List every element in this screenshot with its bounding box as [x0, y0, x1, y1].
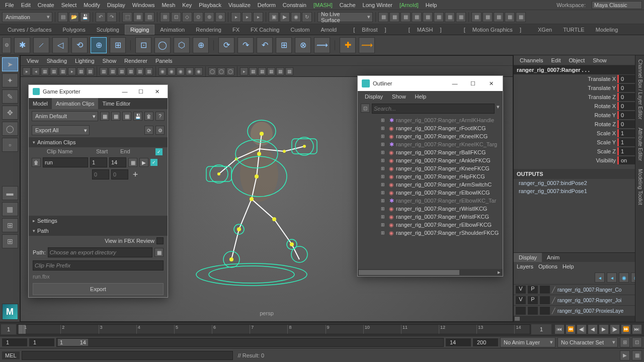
preset-icon[interactable]: ▦	[111, 112, 120, 121]
range-slider[interactable]: 114	[58, 339, 88, 346]
vp-icon[interactable]: ▦	[285, 67, 293, 75]
layout-single[interactable]: ▬	[2, 186, 18, 200]
shelf-icon-16[interactable]: ⟿	[314, 37, 330, 53]
outliner-filter-icon[interactable]: ⊡	[361, 104, 370, 113]
shelf-icon-8[interactable]: ◯	[154, 37, 171, 53]
hist-icon-2[interactable]: ▸	[242, 12, 252, 22]
menu-deform[interactable]: Deform	[255, 1, 279, 9]
render-icon[interactable]: ▣	[269, 12, 279, 22]
vp-menu-view[interactable]: View	[24, 58, 42, 64]
layer-vis[interactable]: V	[516, 296, 526, 304]
layer-menu-options[interactable]: Options	[538, 263, 557, 269]
hist-icon[interactable]: ▸	[231, 12, 241, 22]
layer-icon[interactable]: ◂	[595, 273, 605, 283]
expand-icon[interactable]: ⊞	[381, 214, 387, 219]
step-fwd-button[interactable]: |▶	[610, 324, 620, 334]
shelf-icon-11[interactable]: ⟳	[218, 37, 234, 53]
panel-icon-3[interactable]: ▦	[400, 12, 411, 22]
layer-row[interactable]: VP╱ranger_rig_0007:Ranger_Co	[514, 284, 644, 295]
expand-icon[interactable]: ⊞	[381, 198, 387, 203]
outliner-menu-show[interactable]: Show	[388, 93, 410, 101]
shelf-tab-motion-graphics[interactable]: [ Motion Graphics ]	[453, 25, 532, 35]
shelf-tab-custom[interactable]: Custom	[285, 25, 315, 35]
shelf-tab-arnold[interactable]: Arnold	[315, 25, 342, 35]
layer-color[interactable]	[540, 286, 550, 294]
vp-icon[interactable]: ▦	[50, 67, 58, 75]
layer-row[interactable]: VP╱ranger_rig_0007:Ranger_Joi	[514, 295, 644, 305]
shelf-tab-polygons[interactable]: Polygons	[57, 25, 91, 35]
menu-file[interactable]: File	[2, 1, 17, 9]
live-surface-dropdown[interactable]: No Live Surface	[317, 12, 373, 22]
expand-icon[interactable]: ⊞	[381, 134, 387, 139]
maximize-button[interactable]: ☐	[134, 88, 147, 95]
channel-label[interactable]: Scale Z	[597, 148, 619, 154]
range-track[interactable]: 114	[56, 338, 444, 347]
panel-icon-8[interactable]: ▦	[456, 12, 466, 22]
shelf-icon-12[interactable]: ↷	[237, 37, 254, 53]
outliner-item[interactable]: ⊞✱ranger_rig_0007:Ranger_rElbowIKC_Tar	[358, 197, 503, 205]
shelf-icon-6[interactable]: ⊞	[110, 37, 126, 53]
vp-menu-shading[interactable]: Shading	[44, 58, 70, 64]
menu-modify[interactable]: Modify	[80, 1, 103, 9]
shelf-tab-sculpting[interactable]: Sculpting	[91, 25, 125, 35]
render-icon-3[interactable]: ◉	[291, 12, 301, 22]
range-start-inner[interactable]: 1	[29, 338, 54, 346]
step-back-button[interactable]: ◀|	[577, 324, 587, 334]
outliner-item[interactable]: ⊞◉ranger_rig_0007:Ranger_rHipFKCG	[358, 172, 503, 180]
shelf-icon-14[interactable]: ⊞	[276, 37, 292, 53]
snap-icon-4[interactable]: ⊙	[193, 12, 203, 22]
layout-icon-4[interactable]: ▦	[505, 12, 515, 22]
panel-icon-2[interactable]: ▦	[389, 12, 399, 22]
expand-icon[interactable]: ⊞	[381, 166, 387, 171]
outliner-item[interactable]: ⊞◉ranger_rig_0007:Ranger_rFootIKCG	[358, 124, 503, 132]
expand-icon[interactable]: ⊞	[381, 150, 387, 155]
shelf-icon-4[interactable]: ⟲	[71, 37, 88, 53]
outliner-item[interactable]: ⊞◉ranger_rig_0007:Ranger_rWristFKCG	[358, 213, 503, 221]
preset-dropdown[interactable]: Anim Default	[32, 111, 98, 121]
layout-custom2[interactable]: ⊞	[2, 234, 18, 248]
help-line-icon[interactable]: ▦	[632, 350, 642, 360]
vp-icon[interactable]: ▸	[68, 67, 76, 75]
undo-icon[interactable]: ↶	[96, 12, 106, 22]
timeline-current[interactable]: 1	[531, 324, 551, 334]
layout-icon[interactable]: ▦	[471, 12, 481, 22]
add-clip-button[interactable]: +	[130, 169, 140, 179]
shelf-icon-18[interactable]: ⟿	[359, 37, 375, 53]
expand-icon[interactable]: ⊞	[381, 118, 387, 123]
anim-layer-dropdown[interactable]: No Anim Layer	[500, 337, 555, 347]
layer-menu-layers[interactable]: Layers	[517, 263, 533, 269]
channel-label[interactable]: Visibility	[596, 157, 619, 163]
menu-cache[interactable]: Cache	[337, 1, 359, 9]
section-settings[interactable]: Settings	[29, 216, 168, 226]
expand-icon[interactable]: ⊞	[381, 190, 387, 195]
workspace-input[interactable]	[592, 1, 642, 9]
tab-display[interactable]: Display	[514, 253, 542, 262]
vp-icon[interactable]: ▸	[240, 67, 248, 75]
sel-icon[interactable]: ⬚	[122, 12, 132, 22]
layer-color[interactable]	[540, 307, 550, 315]
export-scope-dropdown[interactable]: Export All	[32, 125, 90, 135]
shelf-icon-5[interactable]: ⊕	[91, 37, 107, 53]
channel-label[interactable]: Scale Y	[597, 139, 619, 145]
close-button[interactable]: ✕	[150, 88, 164, 95]
expand-icon[interactable]: ⊞	[381, 142, 387, 147]
mode-dropdown[interactable]: Animation	[2, 12, 52, 22]
shelf-icon-15[interactable]: ⊗	[295, 37, 311, 53]
layer-color[interactable]	[540, 296, 550, 304]
vp-icon[interactable]: ▦	[127, 67, 135, 75]
vp-icon[interactable]: ▦	[136, 67, 144, 75]
outliner-menu-display[interactable]: Display	[361, 93, 387, 101]
shelf-tab-turtle[interactable]: TURTLE	[557, 25, 590, 35]
menu-create[interactable]: Create	[35, 1, 57, 9]
vp-icon[interactable]: ▦	[267, 67, 275, 75]
outliner-item[interactable]: ⊞◉ranger_rig_0007:Ranger_rArmSwitchC	[358, 180, 503, 189]
panel-icon-7[interactable]: ▦	[445, 12, 455, 22]
snap-icon-5[interactable]: ⊕	[204, 12, 214, 22]
menu-constrain[interactable]: Constrain	[280, 1, 309, 9]
channel-label[interactable]: Rotate X	[594, 103, 619, 109]
go-start-button[interactable]: ⏮	[554, 324, 565, 334]
export-button[interactable]: Export	[33, 283, 164, 295]
menu-edit[interactable]: Edit	[18, 1, 34, 9]
layer-vis[interactable]	[516, 307, 526, 315]
render-icon-2[interactable]: ▶	[280, 12, 290, 22]
